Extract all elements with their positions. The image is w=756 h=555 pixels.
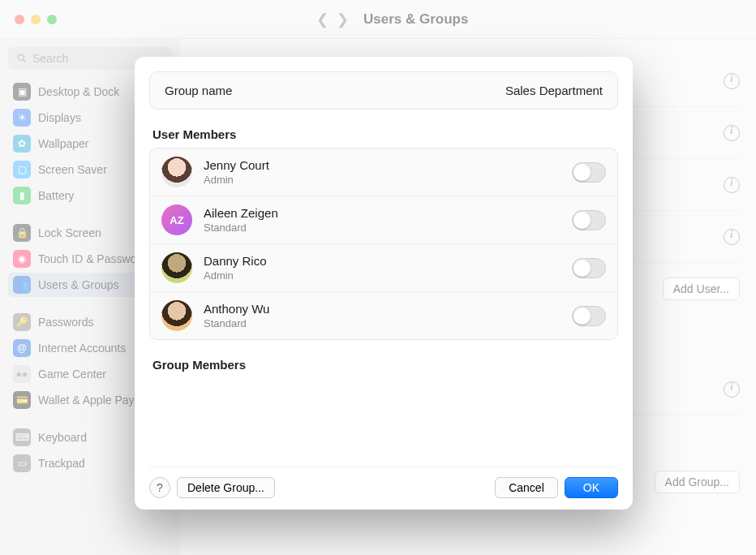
member-name: Aileen Zeigen — [204, 206, 561, 220]
member-row: Anthony Wu Standard — [150, 292, 617, 339]
help-button[interactable]: ? — [149, 477, 170, 498]
member-name: Jenny Court — [204, 158, 561, 172]
member-info: Danny Rico Admin — [204, 254, 561, 282]
cancel-button[interactable]: Cancel — [495, 477, 558, 498]
group-name-value: Sales Department — [505, 84, 603, 97]
group-members-heading: Group Members — [152, 358, 616, 372]
member-role: Admin — [204, 269, 561, 282]
user-members-list: Jenny Court Admin AZ Aileen Zeigen Stand… — [149, 148, 618, 340]
dialog-content: Group name Sales Department User Members… — [149, 71, 618, 467]
member-row: Jenny Court Admin — [150, 148, 617, 196]
dialog-footer: ? Delete Group... Cancel OK — [149, 467, 618, 498]
member-toggle[interactable] — [572, 258, 606, 278]
member-role: Standard — [204, 317, 561, 329]
delete-group-button[interactable]: Delete Group... — [177, 477, 275, 498]
member-toggle[interactable] — [572, 210, 606, 230]
edit-group-dialog: Group name Sales Department User Members… — [135, 57, 633, 510]
avatar: AZ — [161, 204, 192, 235]
group-name-label: Group name — [165, 84, 232, 97]
member-info: Jenny Court Admin — [204, 158, 561, 186]
avatar — [161, 157, 192, 187]
member-row: AZ Aileen Zeigen Standard — [150, 196, 617, 244]
ok-button[interactable]: OK — [565, 477, 618, 498]
member-info: Anthony Wu Standard — [204, 302, 561, 329]
member-role: Admin — [204, 174, 561, 186]
member-row: Danny Rico Admin — [150, 244, 617, 292]
member-role: Standard — [204, 222, 561, 234]
settings-window: ❮ ❯ Users & Groups Search ▣Desktop & Doc… — [0, 0, 756, 555]
avatar — [161, 300, 192, 331]
member-name: Danny Rico — [204, 254, 561, 268]
member-toggle[interactable] — [572, 162, 606, 183]
avatar — [161, 252, 192, 283]
user-members-heading: User Members — [152, 127, 616, 141]
member-info: Aileen Zeigen Standard — [204, 206, 561, 234]
member-name: Anthony Wu — [204, 302, 561, 316]
group-name-field[interactable]: Group name Sales Department — [149, 71, 618, 110]
member-toggle[interactable] — [572, 306, 606, 326]
